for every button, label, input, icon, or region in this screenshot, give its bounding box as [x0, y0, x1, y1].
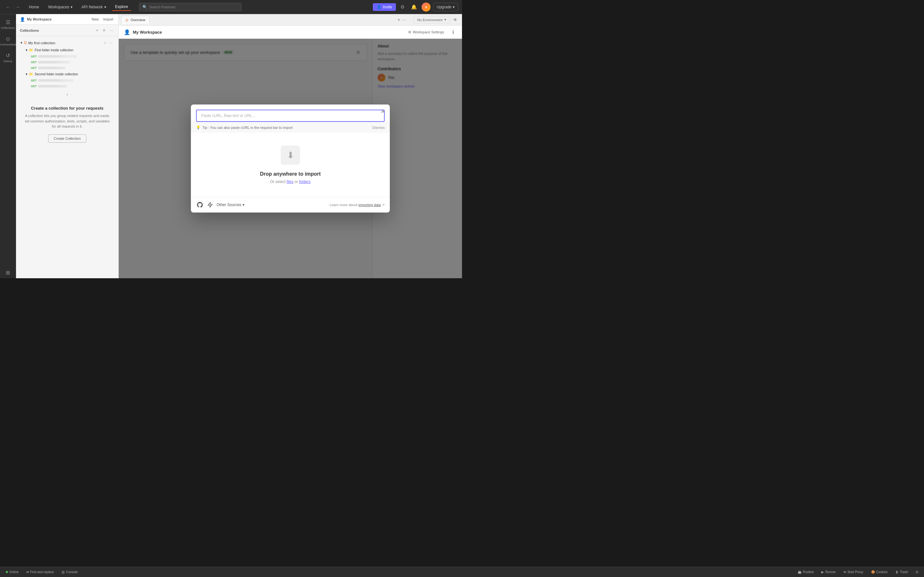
environments-icon: ⊙ — [6, 36, 10, 42]
request-skeleton-1 — [38, 55, 77, 58]
folder-requests: GET GET GET — [24, 53, 116, 71]
settings-icon-button[interactable]: ⚙ — [399, 3, 407, 11]
workspaces-dropdown-icon: ▾ — [71, 5, 73, 9]
collection-item[interactable]: ▾ ☰ My first collection ☆ ··· — [19, 39, 116, 47]
method-label-get-3: GET — [31, 66, 37, 69]
filter-button[interactable]: ≡ — [102, 27, 107, 33]
notifications-icon-button[interactable]: 🔔 — [409, 3, 419, 11]
workspace-avatar: 👤 — [124, 29, 130, 35]
create-collection-area: Create a collection for your requests A … — [19, 99, 116, 149]
nav-tab-api-network[interactable]: API Network ▾ — [78, 3, 110, 11]
request-item-1[interactable]: GET — [29, 53, 116, 59]
other-sources-dropdown-icon: ▾ — [242, 203, 244, 207]
tabs-more-button[interactable]: ··· — [402, 17, 406, 23]
nav-tab-workspaces[interactable]: Workspaces ▾ — [45, 3, 76, 11]
dismiss-button[interactable]: Dismiss — [373, 126, 385, 129]
folder-collapse-icon: ▾ — [26, 48, 27, 52]
second-folder-item[interactable]: ▾ 📁 Second folder inside collection — [24, 71, 116, 77]
collection-star-button[interactable]: ☆ — [102, 40, 108, 45]
request-skeleton-4 — [38, 79, 73, 82]
sidebar-item-environments[interactable]: ⊙ Environments — [1, 33, 15, 49]
tip-icon: 💡 — [196, 125, 200, 129]
folder2-requests: GET GET — [24, 77, 116, 89]
env-dropdown-icon: ▾ — [444, 18, 446, 22]
folder-icon: 📁 — [29, 48, 33, 52]
workspace-switcher-header: 👤 My Workspace New Import — [16, 14, 118, 25]
workspace-icon: 👤 — [20, 17, 25, 22]
other-sources-button[interactable]: Other Sources ▾ — [216, 203, 244, 207]
modal-close-button[interactable]: ✕ — [378, 107, 387, 116]
collection-icon: ☰ — [24, 41, 27, 45]
settings-icon: ⚙ — [408, 30, 411, 34]
apps-icon: ⊞ — [6, 269, 10, 276]
search-bar[interactable]: 🔍 Search Postman — [139, 3, 242, 11]
more-options-button[interactable]: ··· — [108, 27, 115, 33]
nav-tab-explore[interactable]: Explore — [112, 3, 132, 11]
expand-arrow[interactable]: › — [19, 89, 116, 99]
tip-text: 💡 Tip : You can also paste cURL in the r… — [196, 125, 292, 129]
collections-panel: 👤 My Workspace New Import Collections + … — [16, 14, 119, 278]
second-folder-group: ▾ 📁 Second folder inside collection GET … — [19, 71, 116, 89]
tab-overview[interactable]: ◎ Overview — [121, 16, 150, 24]
download-icon: ⬇ — [287, 150, 294, 161]
method-label-get: GET — [31, 55, 37, 58]
svg-marker-0 — [208, 203, 212, 207]
collection-more-button[interactable]: ··· — [108, 40, 114, 45]
workspace-settings-button[interactable]: ⚙ Workspace Settings — [405, 29, 447, 35]
info-icon-button[interactable]: ℹ — [449, 28, 457, 36]
drop-icon-container: ⬇ — [281, 145, 300, 165]
method-label-get-4: GET — [31, 79, 37, 82]
create-collection-button[interactable]: Create Collection — [48, 134, 86, 143]
request-item-3[interactable]: GET — [29, 65, 116, 71]
user-avatar-button[interactable]: ● — [422, 3, 431, 11]
environment-selector[interactable]: No Environment ▾ — [414, 16, 450, 23]
forward-button[interactable]: → — [13, 3, 22, 11]
invite-icon: 👤 — [376, 5, 381, 9]
import-modal-wrapper: ✕ 💡 Tip : You can also paste cURL in the… — [191, 105, 390, 213]
request-skeleton-5 — [38, 85, 67, 87]
first-folder-item[interactable]: ▾ 📁 First folder inside collection — [24, 47, 116, 53]
add-collection-button[interactable]: + — [95, 27, 100, 33]
upgrade-button[interactable]: Upgrade ▾ — [433, 3, 458, 11]
folders-link[interactable]: folders — [299, 179, 310, 184]
workspace-header: 👤 My Workspace ⚙ Workspace Settings ℹ — [119, 26, 462, 39]
tab-overview-icon: ◎ — [126, 18, 129, 22]
importing-data-link[interactable]: importing data — [359, 203, 381, 207]
tabs-actions: + ··· No Environment ▾ 👁 — [397, 16, 459, 24]
invite-button[interactable]: 👤 Invite — [373, 3, 396, 11]
request-skeleton-3 — [38, 67, 65, 69]
sidebar-icons: ☰ Collections ⊙ Environments ↺ History ⊞ — [0, 14, 16, 278]
main-content: ◎ Overview + ··· No Environment ▾ 👁 👤 My… — [119, 14, 462, 278]
request-item-4[interactable]: GET — [29, 77, 116, 83]
top-nav: ← → Home Workspaces ▾ API Network ▾ Expl… — [0, 0, 462, 14]
drop-subtitle: Or select files or folders — [270, 179, 310, 184]
folder2-icon: 📁 — [29, 72, 33, 76]
create-collection-heading: Create a collection for your requests — [24, 106, 111, 111]
folder2-collapse-icon: ▾ — [26, 72, 27, 76]
sidebar-item-history[interactable]: ↺ History — [1, 50, 15, 65]
search-icon: 🔍 — [142, 5, 147, 9]
sidebar-item-apps[interactable]: ⊞ — [1, 267, 15, 278]
modal-drop-area: ⬇ Drop anywhere to import Or select file… — [191, 133, 390, 197]
learn-more-text: Learn more about importing data ↗ — [330, 203, 384, 207]
new-button[interactable]: New — [90, 17, 100, 22]
expand-button[interactable]: › — [66, 92, 68, 97]
modal-tip-bar: 💡 Tip : You can also paste cURL in the r… — [191, 122, 390, 133]
back-button[interactable]: ← — [4, 3, 12, 11]
first-folder-group: ▾ 📁 First folder inside collection GET G… — [19, 47, 116, 71]
modal-input-area — [191, 105, 390, 122]
tabs-bar: ◎ Overview + ··· No Environment ▾ 👁 — [119, 14, 462, 26]
import-button[interactable]: Import — [102, 17, 115, 22]
nav-tab-home[interactable]: Home — [26, 3, 42, 11]
request-skeleton-2 — [38, 61, 70, 63]
modal-footer: Other Sources ▾ Learn more about importi… — [191, 197, 390, 213]
request-item-5[interactable]: GET — [29, 83, 116, 89]
sidebar-item-collections[interactable]: ☰ Collections — [1, 17, 15, 32]
import-url-input[interactable] — [196, 110, 384, 122]
request-item-2[interactable]: GET — [29, 59, 116, 65]
add-tab-button[interactable]: + — [397, 17, 400, 23]
collections-content: ▾ ☰ My first collection ☆ ··· ▾ 📁 First … — [16, 36, 118, 278]
eye-icon-button[interactable]: 👁 — [451, 16, 459, 24]
files-link[interactable]: files — [286, 179, 293, 184]
method-label-get-5: GET — [31, 85, 37, 88]
